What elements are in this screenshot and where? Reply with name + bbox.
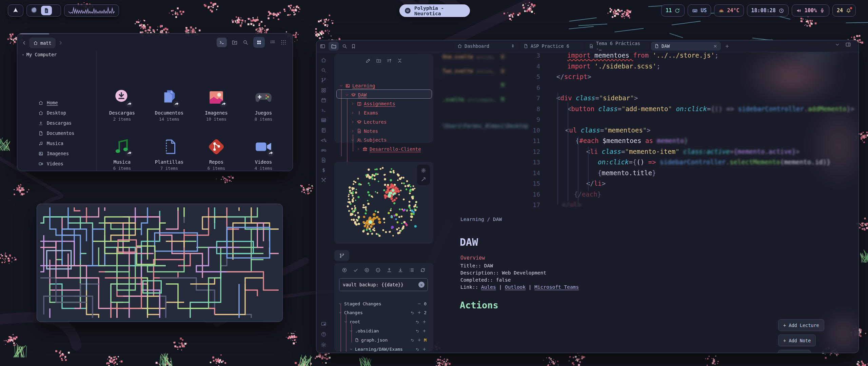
ribbon-tools[interactable] <box>321 177 327 183</box>
undo-icon[interactable] <box>410 338 415 342</box>
ribbon-home[interactable] <box>321 57 327 63</box>
ribbon-gear[interactable] <box>321 342 327 348</box>
sidebar-item-Desktop[interactable]: Desktop <box>38 109 66 117</box>
git-tool-upload[interactable] <box>387 267 392 273</box>
ribbon-gamepad[interactable] <box>321 147 327 153</box>
chev-left-icon[interactable] <box>21 40 27 46</box>
new-tab-button[interactable] <box>725 44 730 49</box>
file-item-Descargas[interactable]: Descargas2 items <box>102 88 142 122</box>
fm-tool-folder-plus[interactable] <box>232 39 238 45</box>
ribbon-layout-grid[interactable] <box>321 87 327 93</box>
widget-clock[interactable]: 18:08:28 <box>747 4 789 17</box>
commit-message-input[interactable] <box>339 282 418 287</box>
explorer-tool-edit[interactable] <box>366 58 371 63</box>
fm-sidebar-header[interactable]: ▾ My Computer <box>22 52 57 57</box>
file-item-Musica[interactable]: Musica6 items <box>102 137 142 171</box>
plus-icon[interactable] <box>422 320 427 324</box>
sidebar-tab-bookmark[interactable] <box>351 43 356 49</box>
explorer-tool-folder-plus[interactable] <box>376 58 381 63</box>
note-breadcrumb[interactable]: Learning / DAW <box>460 217 502 222</box>
widget-weather[interactable]: 24°C <box>714 4 744 17</box>
view-grid-button[interactable] <box>253 37 265 48</box>
ribbon-dollar[interactable]: $ <box>321 167 327 173</box>
widget-keyboard-layout[interactable]: US <box>688 4 711 17</box>
explorer-tree-item[interactable]: Subjects <box>351 136 387 144</box>
explorer-tree-item[interactable]: Exams <box>351 109 378 117</box>
ribbon-search[interactable] <box>321 67 327 73</box>
sidebar-item-Videos[interactable]: Videos <box>38 160 63 168</box>
git-panel-tab[interactable] <box>334 250 349 261</box>
git-row-graph-json[interactable]: graph.jsonM <box>355 336 427 344</box>
git-tool-circle-minus[interactable] <box>375 267 381 273</box>
undo-icon[interactable] <box>415 329 420 333</box>
minus-icon[interactable] <box>417 302 421 306</box>
git-row-staged-changes[interactable]: Staged Changes0 <box>338 300 427 308</box>
sidebar-item-Musica[interactable]: Musica <box>38 139 63 147</box>
git-tool-check[interactable] <box>353 267 358 273</box>
breadcrumb[interactable]: matt <box>29 38 56 48</box>
back-button[interactable] <box>21 40 27 46</box>
ribbon-calendar[interactable] <box>321 97 327 103</box>
note-button--add-lecture[interactable]: + Add Lecture <box>778 319 824 331</box>
sidebar-tab-folder[interactable] <box>329 42 339 50</box>
file-item-Repos[interactable]: Repos6 items <box>196 137 237 171</box>
git-row--obsidian[interactable]: .obsidian <box>349 327 427 335</box>
x-icon[interactable] <box>713 44 717 48</box>
forward-button[interactable] <box>58 40 63 46</box>
panel-right-icon[interactable] <box>845 42 851 47</box>
note-button--add-note[interactable]: + Add Note <box>778 334 816 346</box>
ribbon-template[interactable]: <% <box>321 137 327 143</box>
ribbon-notebook[interactable] <box>321 127 327 133</box>
tab-tema-6-prácticas--…[interactable]: Tema 6 Prácticas -… <box>586 42 649 50</box>
git-tool-download2[interactable] <box>398 267 403 273</box>
open-terminal-button[interactable] <box>217 38 227 47</box>
explorer-tree-item[interactable]: Notes <box>351 127 378 135</box>
widget-notifications[interactable]: 24 <box>832 4 856 17</box>
plus-icon[interactable] <box>422 347 427 351</box>
graph-wand-button[interactable] <box>421 177 426 182</box>
plus-icon[interactable] <box>417 310 421 315</box>
dock-item[interactable] <box>30 6 38 15</box>
explorer-tool-sortasc[interactable] <box>387 58 392 63</box>
undo-icon[interactable] <box>410 310 415 315</box>
dock-item-active[interactable] <box>41 6 52 15</box>
git-tool-circle-plus[interactable] <box>364 267 370 273</box>
undo-icon[interactable] <box>415 320 420 324</box>
sidebar-item-Imagenes[interactable]: Imagenes <box>38 149 69 158</box>
widget-updates[interactable]: 11 <box>661 4 685 17</box>
fm-tool-dots9[interactable] <box>280 39 287 45</box>
sidebar-item-Descargas[interactable]: Descargas <box>38 119 72 127</box>
explorer-tree-item[interactable]: Learning <box>339 82 375 90</box>
clear-message-icon[interactable]: ✕ <box>418 282 425 288</box>
git-row-learning-daw-exams[interactable]: Learning/DAW/Exams <box>349 345 427 353</box>
chevron-down-icon[interactable] <box>835 42 840 47</box>
sidebar-item-Documentos[interactable]: Documentos <box>38 129 74 137</box>
explorer-tree-item[interactable]: Assignments <box>351 100 395 108</box>
git-tool-circle-up[interactable] <box>342 267 347 273</box>
file-item-Juegos[interactable]: Juegos8 items <box>243 88 284 122</box>
launcher-button[interactable] <box>8 4 23 17</box>
tab-asp-practice-6[interactable]: ASP Practice 6 <box>520 42 584 50</box>
plus-icon[interactable] <box>422 329 427 333</box>
tab-dashboard[interactable]: Dashboard <box>454 42 518 50</box>
plus-icon[interactable] <box>417 338 421 342</box>
note-button-partial[interactable] <box>778 350 811 353</box>
graph-view-panel[interactable] <box>334 162 433 244</box>
explorer-tool-collapse[interactable] <box>397 58 402 63</box>
ribbon-branch[interactable] <box>321 77 327 83</box>
git-tool-refresh2[interactable] <box>420 267 426 273</box>
file-item-Imagenes[interactable]: Imagenes10 items <box>196 88 237 122</box>
ribbon-file-search[interactable] <box>321 157 327 163</box>
sidebar-tab-search[interactable] <box>342 43 348 49</box>
ribbon-table[interactable] <box>321 117 327 123</box>
file-item-Plantillas[interactable]: Plantillas7 items <box>149 137 190 171</box>
ribbon-help[interactable] <box>321 331 327 337</box>
sidebar-tab-panel-left[interactable] <box>320 43 326 49</box>
sidebar-item-Home[interactable]: Home <box>38 99 58 107</box>
git-row-root[interactable]: root <box>344 318 427 326</box>
undo-icon[interactable] <box>415 347 420 351</box>
sidebar-item-Obsidian V…[interactable]: Obsidian V… <box>38 170 77 171</box>
ribbon-terminal[interactable] <box>321 107 327 113</box>
explorer-tree-item[interactable]: Lectures <box>351 118 387 126</box>
file-item-Videos[interactable]: Videos4 items <box>243 137 284 171</box>
